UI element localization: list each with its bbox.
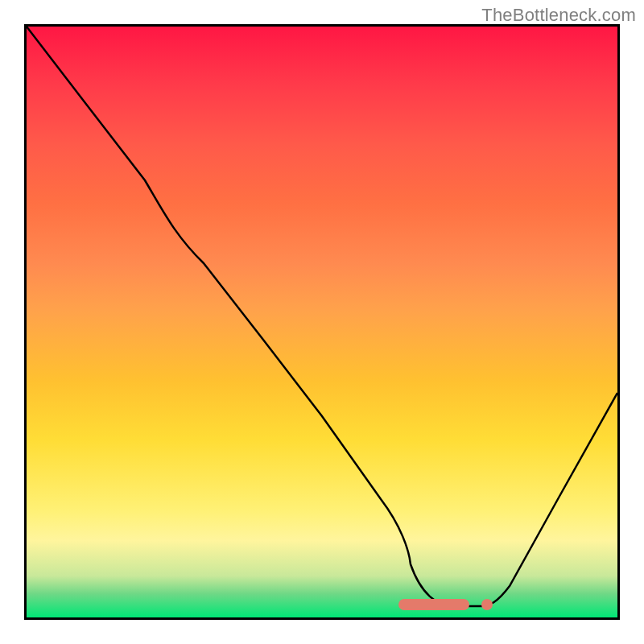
chart-container: TheBottleneck.com [0, 0, 644, 644]
bottleneck-curve [27, 27, 617, 617]
optimal-range-marker [398, 599, 469, 610]
y-axis [0, 24, 24, 620]
x-axis [0, 620, 644, 644]
curve-path [27, 27, 617, 606]
watermark-text: TheBottleneck.com [481, 5, 636, 26]
plot-area [24, 24, 620, 620]
